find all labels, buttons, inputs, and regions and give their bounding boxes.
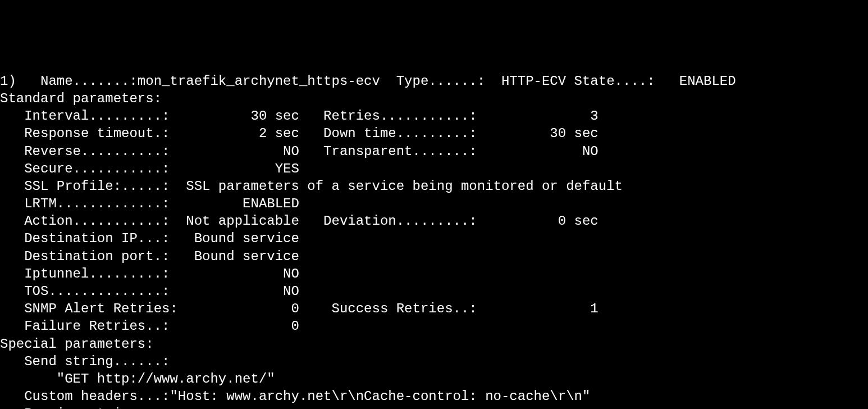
standard-parameters-header: Standard parameters:: [0, 91, 162, 106]
standard-parameters-rows: Interval.........: 30 sec Retries.......…: [0, 108, 623, 334]
special-parameters-header: Special parameters:: [0, 337, 154, 352]
terminal-output: 1) Name.......:mon_traefik_archynet_http…: [0, 72, 868, 409]
header-line: 1) Name.......:mon_traefik_archynet_http…: [0, 74, 736, 89]
special-parameters-block: Send string......: "GET http://www.archy…: [0, 354, 590, 409]
